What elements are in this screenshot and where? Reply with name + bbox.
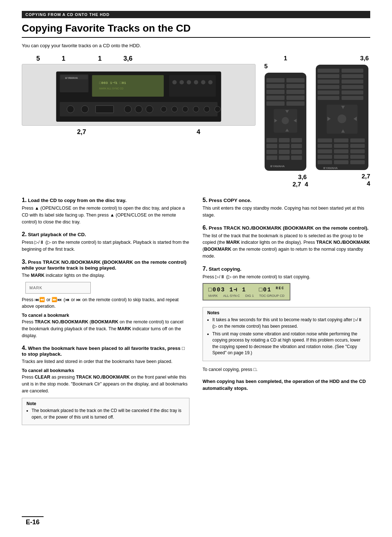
- step-1-title: 1. Load the CD to copy from on the disc …: [22, 197, 189, 203]
- svg-rect-76: [318, 138, 332, 142]
- step-1-num: 1.: [22, 197, 26, 203]
- svg-point-12: [201, 80, 205, 84]
- intro-text: You can copy your favorite tracks on a C…: [22, 43, 370, 48]
- svg-rect-60: [318, 74, 339, 78]
- step-6-body: The list of the track that the bookmark …: [203, 233, 370, 260]
- svg-rect-89: [334, 160, 348, 164]
- step-4-block: 4. When the bookmark have been placed to…: [22, 345, 189, 425]
- step-7-block: 7. Start copying. Press ▷/⏸ (▷ on the re…: [203, 266, 370, 361]
- step-7-notes-title: Notes: [207, 310, 366, 315]
- svg-point-19: [135, 106, 142, 113]
- svg-rect-30: [266, 84, 285, 88]
- svg-point-15: [67, 106, 74, 113]
- col-right: 5. Press COPY once. This unit enters the…: [203, 197, 370, 431]
- svg-point-43: [282, 117, 289, 124]
- step-5-title: 5. Press COPY once.: [203, 197, 370, 203]
- svg-rect-83: [334, 149, 348, 153]
- step-2-block: 2. Start playback of the CD. Press ▷/⏸ (…: [22, 231, 189, 253]
- step-7-notes-list: It takes a few seconds for this unit to …: [212, 317, 366, 356]
- step-7-notes: Notes It takes a few seconds for this un…: [203, 307, 370, 361]
- step-3-body-text: The MARK indicator lights on the display…: [22, 273, 105, 278]
- svg-rect-62: [318, 80, 339, 84]
- step-4-subbody: Press CLEAR as pressing TRACK NO./BOOKMA…: [22, 374, 189, 394]
- svg-point-21: [161, 106, 167, 112]
- step-7-note-2: This unit may create some vibration and …: [212, 331, 366, 356]
- remote1-label-27: 2,7: [293, 181, 301, 188]
- svg-point-10: [187, 80, 191, 84]
- step-3-subtitle: To cancel a bookmark: [22, 313, 189, 318]
- remote-diagrams: 1 5: [263, 55, 370, 188]
- svg-rect-32: [266, 90, 285, 94]
- step-4-note: Note The bookmark placed to the track on…: [22, 398, 189, 425]
- device-label-1b: 1: [98, 55, 102, 62]
- remote1-svg: ⊛YAMAHA: [263, 71, 308, 173]
- svg-text:MARK    ALL·SYNC   CD: MARK ALL·SYNC CD: [99, 87, 123, 90]
- step-1-title-text: Load the CD to copy from on the disc tra…: [28, 198, 126, 203]
- display-sub-allsync: ALL·SYN·C: [223, 294, 240, 298]
- step-4-note-item-1: The bookmark placed to the track on the …: [32, 408, 185, 420]
- device-label-4a: 4: [197, 128, 200, 136]
- remote2-labels-27-4: 2,7 4: [314, 173, 370, 187]
- remote1-container: 1 5: [263, 55, 308, 188]
- svg-rect-79: [318, 144, 332, 148]
- svg-point-11: [194, 80, 198, 84]
- cancel-copy-note: To cancel copying, press □.: [203, 367, 370, 372]
- svg-rect-7: [169, 75, 216, 97]
- svg-rect-53: [266, 156, 277, 160]
- svg-rect-52: [291, 150, 302, 154]
- step-4-note-list: The bookmark placed to the track on the …: [32, 408, 185, 420]
- svg-rect-31: [286, 84, 305, 88]
- step-7-body: Press ▷/⏸ (▷ on the remote control) to s…: [203, 274, 370, 280]
- svg-rect-90: [350, 160, 365, 164]
- remote1-label-5: 5: [263, 63, 308, 70]
- svg-point-22: [172, 106, 177, 112]
- svg-rect-82: [318, 149, 332, 153]
- device-labels-top: 5 1 1 3,6: [22, 55, 256, 62]
- display-sub-dig: DIG 1: [245, 294, 254, 298]
- svg-rect-84: [350, 149, 365, 153]
- step-3-extra: Press ⏮⏪ or ⏩⏭ (⏮ or ⏭ on the remote con…: [22, 296, 189, 310]
- svg-rect-88: [318, 160, 332, 164]
- header-bar-text: COPYING FROM A CD ONTO THE HDD: [25, 12, 110, 17]
- mark-indicator-text: MARK: [29, 286, 42, 290]
- remote1-label-1: 1: [263, 55, 308, 62]
- svg-point-25: [204, 106, 210, 112]
- step-4-subtitle: To cancel all bookmarks: [22, 368, 189, 373]
- device-label-1a: 1: [62, 55, 65, 62]
- step-6-block: 6. Press TRACK NO./BOOKMARK (BOOKMARK on…: [203, 225, 370, 260]
- step-3-body: The MARK indicator lights on the display…: [22, 272, 189, 279]
- svg-text:□003  1⊣1  □01: □003 1⊣1 □01: [99, 81, 126, 85]
- display-sub-tocgroup: TOC·GROUP CD: [259, 294, 285, 298]
- step-3-block: 3. Press TRACK NO./BOOKMARK (BOOKMARK on…: [22, 259, 189, 339]
- svg-point-20: [146, 106, 153, 113]
- svg-rect-87: [350, 155, 365, 159]
- page-container: COPYING FROM A CD ONTO THE HDD Copying F…: [0, 0, 392, 537]
- svg-rect-63: [342, 80, 363, 84]
- step-6-num: 6.: [203, 225, 207, 231]
- svg-rect-44: [266, 138, 277, 142]
- step-6-title-text: Press TRACK NO./BOOKMARK (BOOKMARK on th…: [209, 225, 368, 231]
- device-svg: ⊛YAMAHA □003 1⊣1 □01 MARK ALL·SYNC CD: [22, 64, 256, 126]
- device-diagram-container: 5 1 1 3,6 ⊛YAMAHA □003 1⊣1 □01 MARK ALL·…: [22, 55, 256, 136]
- svg-rect-29: [286, 78, 305, 82]
- display-sub-mark: MARK: [208, 294, 218, 298]
- step-4-title: 4. When the bookmark have been placed to…: [22, 345, 189, 357]
- step-1-body: Press ▲ (OPEN/CLOSE on the remote contro…: [22, 205, 189, 225]
- step-5-body: This unit enters the copy standby mode. …: [203, 205, 370, 219]
- svg-rect-33: [286, 90, 305, 94]
- steps-columns: 1. Load the CD to copy from on the disc …: [22, 197, 370, 431]
- svg-rect-51: [279, 150, 290, 154]
- svg-rect-68: [318, 96, 339, 100]
- svg-rect-48: [279, 144, 290, 148]
- copy-display: □003 1⊣ 1 □01 REC MARK ALL·SYN·C DIG 1 T…: [203, 283, 290, 300]
- step-3-subbody: Press TRACK NO./BOOKMARK (BOOKMARK on th…: [22, 319, 189, 339]
- svg-rect-37: [286, 101, 305, 106]
- remote2-label-36: 3,6: [314, 55, 370, 62]
- mark-indicator: MARK: [25, 282, 91, 294]
- svg-text:⊛YAMAHA: ⊛YAMAHA: [323, 166, 338, 170]
- svg-rect-85: [318, 155, 332, 159]
- svg-text:⊛YAMAHA: ⊛YAMAHA: [270, 165, 285, 168]
- step-4-title-text: When the bookmark have been placed to al…: [22, 346, 185, 357]
- svg-rect-4: [92, 75, 164, 97]
- remote2-svg: ⊛YAMAHA: [314, 63, 370, 172]
